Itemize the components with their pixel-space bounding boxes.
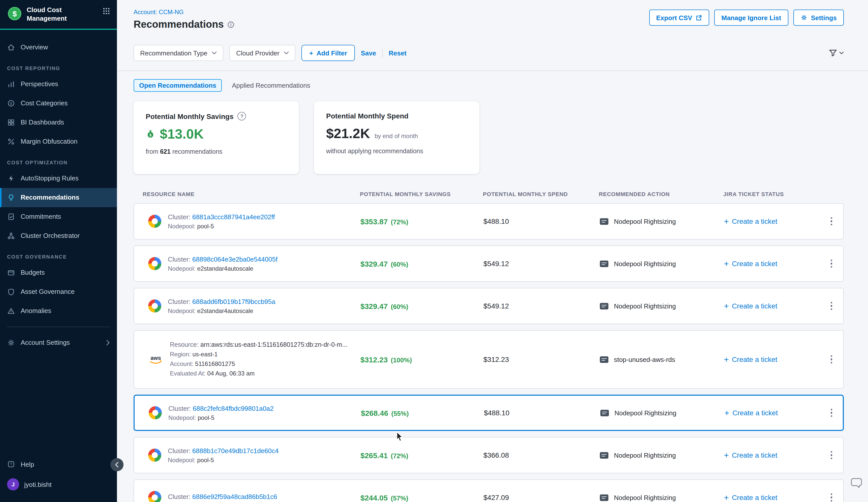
sidebar-item-label: Cluster Orchestrator [21,232,80,240]
sidebar-item-overview[interactable]: Overview [0,38,117,57]
save-filter-link[interactable]: Save [361,49,376,57]
resource-name-cell: Cluster: 68898c064e3e2ba0e544005f Nodepo… [134,255,360,272]
savings-card-title: Potential Monthly Savings [146,112,234,120]
cluster-link[interactable]: 688add6fb019b17f9bccb95a [192,297,276,305]
row-menu-button[interactable] [828,214,836,229]
gear-icon [7,339,15,347]
svg-text:aws: aws [151,355,161,361]
page-title: Recommendations [134,19,224,30]
resource-value: arn:aws:rds:us-east-1:511616801275:db:zn… [200,341,347,348]
cluster-link[interactable]: 6888b1c70e49db17c1de60c4 [192,447,279,454]
column-potential-monthly-savings: POTENTIAL MONTHLY SAVINGS [360,191,483,197]
row-menu-button[interactable] [828,490,836,502]
sidebar-item-budgets[interactable]: Budgets [0,263,117,282]
settings-button[interactable]: Settings [793,10,844,26]
add-filter-label: Add Filter [317,49,347,57]
gcp-icon [148,300,161,313]
cloud-provider-dropdown[interactable]: Cloud Provider [230,45,296,61]
sidebar-item-perspectives[interactable]: Perspectives [0,75,117,94]
recommendation-type-dropdown[interactable]: Recommendation Type [134,45,224,61]
spend-cell: $488.10 [484,409,600,417]
cluster-link[interactable]: 688c2fefc84fbdc99801a0a2 [193,405,274,412]
table-row[interactable]: Cluster: 6886e92f59a48cad86b5b1c6 $244.0… [134,479,844,502]
create-ticket-button[interactable]: +Create a ticket [724,302,820,310]
sidebar-item-account-settings[interactable]: Account Settings [0,333,117,352]
create-ticket-button[interactable]: +Create a ticket [724,259,820,268]
sidebar-item-cluster-orchestrator[interactable]: Cluster Orchestrator [0,226,117,245]
savings-percent: (100%) [391,356,412,364]
sidebar-item-autostopping-rules[interactable]: AutoStopping Rules [0,169,117,188]
nodepool-value: pool-5 [197,222,214,230]
avatar: J [7,478,19,490]
region-value: us-east-1 [192,351,217,358]
sidebar-item-bi-dashboards[interactable]: BI Dashboards [0,113,117,132]
create-ticket-button[interactable]: +Create a ticket [724,451,820,459]
help-icon: ? [7,460,15,468]
resource-name-cell: Cluster: 688c2fefc84fbdc99801a0a2 Nodepo… [135,405,361,421]
cluster-link[interactable]: 68898c064e3e2ba0e544005f [192,255,278,263]
export-csv-label: Export CSV [656,14,692,21]
row-menu-button[interactable] [828,352,836,367]
action-label: Nodepool Rightsizing [614,218,676,225]
resource-name-cell: Cluster: 6886e92f59a48cad86b5b1c6 [134,491,360,502]
section-divider [117,71,868,71]
sidebar-item-asset-governance[interactable]: Asset Governance [0,282,117,301]
sidebar-item-recommendations[interactable]: Recommendations [0,188,117,207]
create-ticket-button[interactable]: +Create a ticket [724,217,820,226]
table-row[interactable]: Cluster: 6881a3ccc887941a4ee202ff Nodepo… [134,203,844,239]
create-ticket-label: Create a ticket [732,409,778,417]
cluster-label: Cluster: [168,213,190,220]
create-ticket-button[interactable]: +Create a ticket [724,493,820,502]
reset-filter-link[interactable]: Reset [389,49,406,57]
resource-text: Cluster: 6881a3ccc887941a4ee202ff Nodepo… [168,213,275,230]
sidebar-item-margin-obfuscation[interactable]: Margin Obfuscation [0,132,117,151]
manage-ignore-list-button[interactable]: Manage Ignore List [714,10,788,26]
sidebar-item-cost-categories[interactable]: $ Cost Categories [0,94,117,113]
resource-name-cell: Cluster: 6888b1c70e49db17c1de60c4 Nodepo… [134,447,360,463]
add-filter-button[interactable]: + Add Filter [302,45,355,61]
savings-cell: $265.41(72%) [360,451,483,459]
section-heading-cost-governance: COST GOVERNANCE [0,245,117,263]
module-switcher-icon[interactable] [103,8,110,14]
savings-value: $268.46 [361,408,388,417]
column-recommended-action: RECOMMENDED ACTION [599,191,723,197]
tab-applied-recommendations[interactable]: Applied Recommendations [227,80,315,91]
recommended-action-cell: Nodepool Rightsizing [600,409,724,417]
manage-ignore-list-label: Manage Ignore List [721,14,781,21]
table-row-highlighted[interactable]: Cluster: 688c2fefc84fbdc99801a0a2 Nodepo… [134,395,844,431]
table-row[interactable]: Cluster: 68898c064e3e2ba0e544005f Nodepo… [134,245,844,282]
create-ticket-button[interactable]: +Create a ticket [724,355,820,364]
tab-open-recommendations[interactable]: Open Recommendations [134,79,222,92]
help-circle-icon[interactable]: ? [238,112,246,121]
table-header: RESOURCE NAME POTENTIAL MONTHLY SAVINGS … [134,191,844,197]
row-menu-button[interactable] [828,257,836,271]
sidebar-collapse-button[interactable] [110,458,124,471]
table-row[interactable]: Cluster: 688add6fb019b17f9bccb95a Nodepo… [134,288,844,324]
filter-panel-button[interactable] [829,49,844,57]
breadcrumb-account-link[interactable]: Account: CCM-NG [134,9,184,15]
sidebar-item-label: Commitments [21,213,61,220]
rightsizing-icon [599,494,609,501]
cluster-link[interactable]: 6881a3ccc887941a4ee202ff [192,213,275,220]
row-menu-button[interactable] [828,448,836,462]
rightsizing-icon [599,260,609,268]
table-row[interactable]: Cluster: 6888b1c70e49db17c1de60c4 Nodepo… [134,437,844,473]
row-menu-button[interactable] [828,299,836,313]
table-row[interactable]: aws Resource: arn:aws:rds:us-east-1:5116… [134,330,844,389]
main-content: Account: CCM-NG Recommendations Export C… [117,0,868,502]
sidebar-item-help[interactable]: ? Help [0,454,117,474]
resource-text: Resource: arn:aws:rds:us-east-1:51161680… [170,340,347,378]
savings-subtext-prefix: from [146,148,158,155]
column-resource-name: RESOURCE NAME [134,191,360,197]
export-csv-button[interactable]: Export CSV [649,10,709,26]
user-menu[interactable]: J jyoti.bisht [0,474,117,495]
cluster-link[interactable]: 6886e92f59a48cad86b5b1c6 [192,493,277,500]
gcp-icon [148,215,161,228]
info-icon[interactable] [227,21,234,28]
sidebar-item-commitments[interactable]: Commitments [0,207,117,226]
row-menu-button[interactable] [828,406,836,420]
sidebar-item-anomalies[interactable]: Anomalies [0,301,117,321]
chat-support-icon[interactable] [850,477,863,489]
money-bag-icon: $ [146,129,155,139]
create-ticket-button[interactable]: +Create a ticket [724,408,820,417]
